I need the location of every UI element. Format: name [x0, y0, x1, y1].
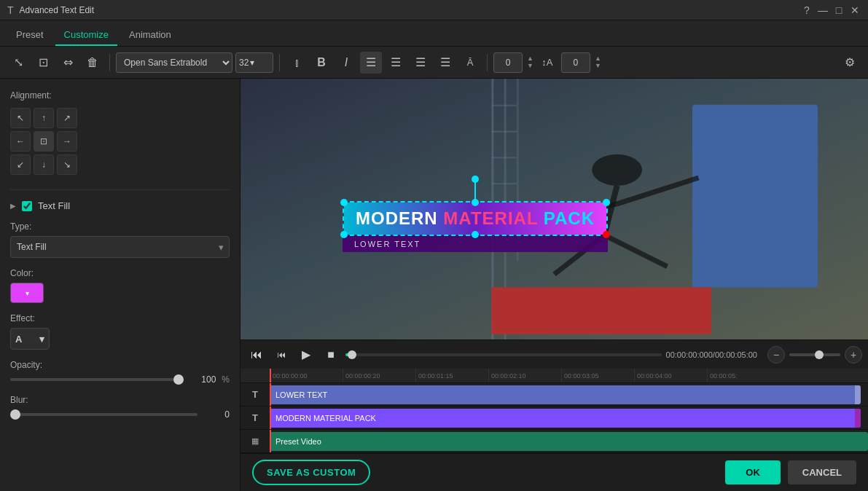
- align-top-left[interactable]: ↖: [10, 108, 31, 128]
- maximize-button[interactable]: □: [833, 4, 845, 16]
- bold-button[interactable]: B: [310, 52, 332, 74]
- effect-label: Effect:: [10, 313, 230, 323]
- clip-lower-text[interactable]: LOWER TEXT: [270, 385, 861, 404]
- blur-row: 0: [10, 409, 230, 420]
- align-center-button[interactable]: ☰: [385, 52, 407, 74]
- text-fill-section-header[interactable]: ▶ Text Fill: [10, 200, 230, 211]
- zoom-slider[interactable]: [789, 353, 840, 356]
- color-swatch[interactable]: ▾: [10, 283, 44, 303]
- opacity-value: 100: [189, 374, 216, 385]
- align-justify-button[interactable]: ☰: [434, 52, 456, 74]
- rotation-down-icon[interactable]: ▼: [527, 63, 533, 69]
- type-select-wrapper: Text Fill: [10, 236, 230, 258]
- color-control-row: ▾: [10, 283, 230, 303]
- clip-modern-end-handle[interactable]: [855, 409, 861, 428]
- tab-animation[interactable]: Animation: [120, 25, 180, 46]
- clip-lower-text-end-handle[interactable]: [855, 385, 861, 404]
- tab-preset[interactable]: Preset: [7, 25, 52, 46]
- text-transform-button[interactable]: Ā: [459, 52, 481, 74]
- play-button[interactable]: ▶: [296, 345, 316, 365]
- blur-value: 0: [203, 409, 230, 420]
- stop-button[interactable]: ■: [321, 345, 341, 365]
- text-overlay: MODERN MATERIAL PACK LOWER TEXT: [343, 201, 608, 252]
- step-back-button[interactable]: ⏭: [271, 345, 292, 365]
- text-fill-checkbox[interactable]: [22, 201, 32, 211]
- separator-1: [109, 54, 110, 71]
- ok-button[interactable]: OK: [725, 460, 781, 484]
- track-icon-1: T: [252, 389, 258, 400]
- timeline-tracks: T LOWER TEXT T: [241, 383, 868, 453]
- line-height-input[interactable]: [561, 52, 590, 73]
- color-arrow-icon: ▾: [26, 289, 29, 297]
- svg-rect-10: [491, 287, 711, 334]
- rewind-button[interactable]: ⏮: [246, 345, 267, 365]
- cancel-button[interactable]: CANCEL: [788, 460, 856, 484]
- align-top-right[interactable]: ↗: [57, 108, 77, 128]
- effect-select[interactable]: A ▾: [10, 328, 50, 350]
- lh-down-icon[interactable]: ▼: [595, 63, 601, 69]
- italic-button[interactable]: I: [335, 52, 357, 74]
- align-bot-right[interactable]: ↘: [57, 154, 77, 175]
- save-custom-button[interactable]: SAVE AS CUSTOM: [252, 460, 370, 485]
- zoom-in-button[interactable]: +: [845, 346, 862, 364]
- close-button[interactable]: ✕: [849, 4, 861, 16]
- crop-tool-button[interactable]: ⊡: [32, 52, 54, 74]
- help-button[interactable]: ?: [801, 4, 813, 16]
- separator-2: [279, 54, 280, 71]
- ruler-mark-5: 00:00:04:00: [634, 369, 707, 382]
- playhead-track2: [270, 406, 271, 429]
- clip-modern-material[interactable]: MODERN MATERIAL PACK: [270, 409, 861, 428]
- column-width-icon[interactable]: ⫿: [286, 52, 308, 74]
- blur-slider[interactable]: [10, 413, 198, 416]
- progress-thumb: [348, 350, 356, 359]
- font-family-select[interactable]: Open Sans Extrabold: [116, 52, 232, 73]
- align-mid-right[interactable]: →: [57, 131, 77, 152]
- alignment-label: Alignment:: [10, 90, 230, 101]
- align-top-center[interactable]: ↑: [34, 108, 54, 128]
- track-modern-material: T MODERN MATERIAL PACK: [241, 406, 868, 430]
- app-title: Advanced Text Edit: [20, 5, 95, 15]
- toolbar: ⤡ ⊡ ⇔ 🗑 Open Sans Extrabold 32 ▾ ⫿ B I ☰…: [0, 47, 868, 79]
- align-left-button[interactable]: ☰: [360, 52, 382, 74]
- track-content-3: Preset Video: [270, 430, 868, 452]
- track-content-2: MODERN MATERIAL PACK: [270, 406, 868, 429]
- tab-customize[interactable]: Customize: [55, 25, 117, 46]
- opacity-unit: %: [222, 374, 230, 385]
- svg-point-11: [592, 154, 642, 186]
- opacity-slider[interactable]: [10, 378, 184, 381]
- delete-button[interactable]: 🗑: [82, 52, 103, 74]
- rotation-input[interactable]: [493, 52, 523, 73]
- track-preset-video: ▦ Preset Video: [241, 430, 868, 453]
- color-row: Color: ▾: [10, 268, 230, 303]
- timeline-ruler: 00:00:00:00 00:00:00:20 00:00:01:15 00:0…: [241, 369, 868, 383]
- align-bot-left[interactable]: ↙: [10, 154, 31, 175]
- align-mid-center[interactable]: ⊡: [34, 131, 54, 152]
- settings-button[interactable]: ⚙: [839, 52, 861, 74]
- align-bot-center[interactable]: ↓: [34, 154, 54, 175]
- alignment-grid: ↖ ↑ ↗ ← ⊡ → ↙ ↓ ↘: [10, 108, 230, 175]
- zoom-out-button[interactable]: −: [767, 346, 785, 364]
- minimize-button[interactable]: —: [817, 4, 829, 16]
- line-height-icon: ↕A: [536, 52, 558, 74]
- clip-preset-video[interactable]: Preset Video: [270, 432, 868, 451]
- playhead-ruler: [270, 369, 271, 382]
- app-icon: T: [7, 4, 14, 16]
- ruler-mark-0: 00:00:00:00: [270, 369, 343, 382]
- svg-rect-6: [491, 157, 516, 158]
- effect-value: A: [15, 334, 22, 345]
- right-panel: MODERN MATERIAL PACK LOWER TEXT ⏮: [241, 79, 868, 491]
- font-size-select[interactable]: 32 ▾: [235, 52, 273, 73]
- rotation-up-icon[interactable]: ▲: [527, 55, 533, 62]
- transform-tool-button[interactable]: ⤡: [7, 52, 29, 74]
- align-mid-left[interactable]: ←: [10, 131, 31, 152]
- align-right-button[interactable]: ☰: [410, 52, 431, 74]
- bottom-bar: SAVE AS CUSTOM OK CANCEL: [241, 453, 868, 491]
- playback-bar: ⏮ ⏭ ▶ ■ 00:00:00:000/00:00:05:00 − +: [241, 339, 868, 369]
- opacity-label: Opacity:: [10, 360, 230, 370]
- type-select[interactable]: Text Fill: [10, 236, 230, 258]
- effect-dropdown-icon: ▾: [39, 334, 44, 345]
- flip-tool-button[interactable]: ⇔: [57, 52, 79, 74]
- ruler-mark-1: 00:00:00:20: [343, 369, 415, 382]
- timeline-progress-bar[interactable]: [345, 353, 662, 356]
- lh-up-icon[interactable]: ▲: [595, 55, 601, 62]
